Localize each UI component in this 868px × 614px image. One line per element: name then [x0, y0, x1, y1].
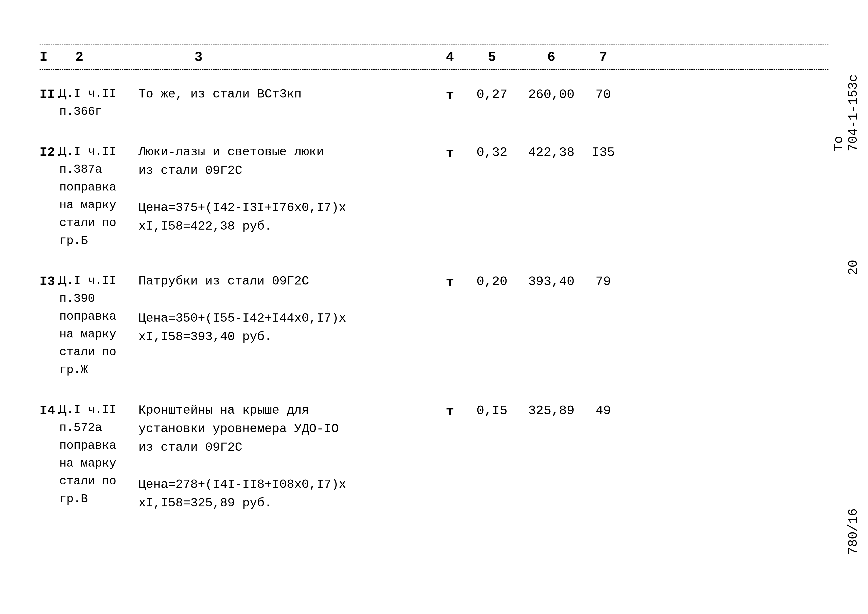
col-header-6: 6: [519, 50, 583, 65]
col-header-7: 7: [583, 50, 623, 65]
row-total: I35: [583, 143, 623, 162]
row-unit: т: [435, 143, 465, 163]
row-total: 49: [583, 401, 623, 420]
table-row: II. Ц.I ч.II п.366г То же, из стали ВСт3…: [40, 70, 828, 128]
col-header-4: 4: [435, 50, 465, 65]
page-container: I 2 3 4 5 6 7 II. Ц.I ч.II п.366г То же,…: [0, 0, 868, 614]
row-reference: Ц.I ч.II п.366г: [59, 85, 138, 120]
row-quantity: 0,32: [465, 143, 519, 162]
row-price: 325,89: [519, 401, 583, 420]
row-number: I2.: [40, 143, 59, 162]
col-header-3: 3: [138, 50, 435, 65]
row-unit: т: [435, 85, 465, 105]
row-description: То же, из стали ВСт3кп: [138, 85, 435, 103]
margin-text-mid: 20: [846, 260, 860, 275]
row-unit: т: [435, 401, 465, 421]
row-total: 79: [583, 272, 623, 291]
margin-text-top: То 704-1-153с: [831, 74, 860, 151]
column-header-row: I 2 3 4 5 6 7: [40, 45, 828, 70]
row-number: I3.: [40, 272, 59, 291]
row-description: Кронштейны на крыше для установки уровне…: [138, 401, 435, 512]
row-price: 260,00: [519, 85, 583, 104]
row-quantity: 0,I5: [465, 401, 519, 420]
table-row: I3. Ц.I ч.II п.390 поправка на марку ста…: [40, 257, 828, 386]
col-header-2: 2: [59, 50, 138, 65]
row-price: 393,40: [519, 272, 583, 291]
col-header-1: I: [40, 50, 59, 65]
row-reference: Ц.I ч.II п.390 поправка на марку стали п…: [59, 272, 138, 379]
row-reference: Ц.I ч.II п.572а поправка на марку стали …: [59, 401, 138, 508]
row-unit: т: [435, 272, 465, 292]
row-reference: Ц.I ч.II п.387а поправка на марку стали …: [59, 143, 138, 250]
row-number: II.: [40, 85, 59, 104]
table-row: I2. Ц.I ч.II п.387а поправка на марку ст…: [40, 128, 828, 257]
row-total: 70: [583, 85, 623, 104]
table-row: I4. Ц.I ч.II п.572а поправка на марку ст…: [40, 386, 828, 520]
col-header-5: 5: [465, 50, 519, 65]
row-quantity: 0,20: [465, 272, 519, 291]
row-number: I4.: [40, 401, 59, 420]
row-quantity: 0,27: [465, 85, 519, 104]
margin-text-bottom: 780/16: [846, 508, 860, 555]
row-description: Люки-лазы и световые люки из стали 09Г2С…: [138, 143, 435, 236]
row-price: 422,38: [519, 143, 583, 162]
row-description: Патрубки из стали 09Г2С Цена=350+(I55-I4…: [138, 272, 435, 346]
